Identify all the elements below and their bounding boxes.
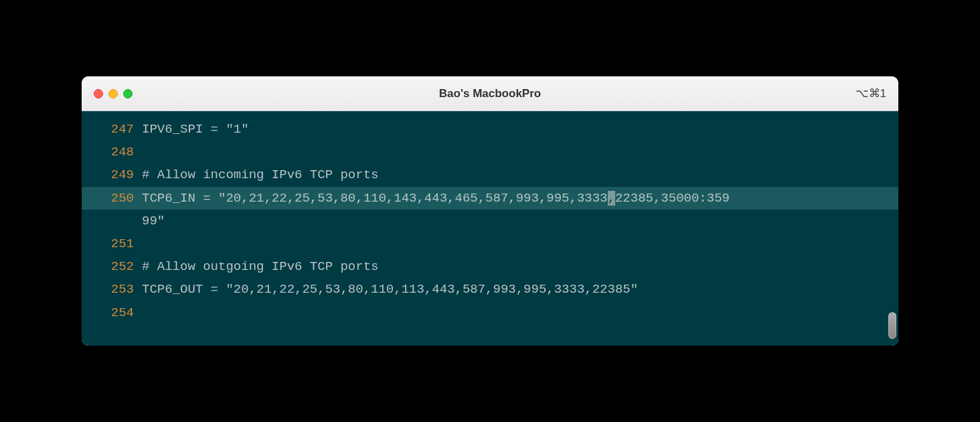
- minimize-icon[interactable]: [108, 89, 118, 98]
- line-number: 254: [82, 301, 142, 324]
- code-line: 251: [82, 232, 898, 255]
- tab-shortcut: ⌥⌘1: [855, 86, 886, 100]
- terminal-window: Bao's MacbookPro ⌥⌘1 247 IPV6_SPI = "1" …: [82, 76, 898, 346]
- code-text[interactable]: [142, 232, 888, 255]
- code-line-highlighted: 250 TCP6_IN = "20,21,22,25,53,80,110,143…: [82, 187, 898, 210]
- terminal-body[interactable]: 247 IPV6_SPI = "1" 248 249 # Allow incom…: [82, 111, 898, 346]
- line-number: 248: [82, 141, 142, 163]
- line-number: 249: [82, 163, 142, 186]
- close-icon[interactable]: [94, 89, 103, 98]
- code-segment: 22385,35000:359: [615, 191, 730, 206]
- line-number: 252: [82, 255, 142, 278]
- maximize-icon[interactable]: [123, 89, 133, 98]
- code-text[interactable]: # Allow incoming IPv6 TCP ports: [142, 163, 888, 186]
- code-text[interactable]: # Allow outgoing IPv6 TCP ports: [142, 255, 888, 278]
- cursor: ,: [608, 191, 615, 206]
- line-number: 250: [82, 187, 142, 210]
- code-text[interactable]: 99": [142, 210, 888, 232]
- line-number: 253: [82, 278, 142, 301]
- titlebar[interactable]: Bao's MacbookPro ⌥⌘1: [82, 76, 898, 111]
- code-line: 248: [82, 141, 898, 163]
- line-number: 251: [82, 232, 142, 255]
- code-line: 252 # Allow outgoing IPv6 TCP ports: [82, 255, 898, 278]
- code-segment: TCP6_IN = "20,21,22,25,53,80,110,143,443…: [142, 191, 608, 206]
- window-title: Bao's MacbookPro: [439, 87, 541, 100]
- traffic-lights: [94, 89, 133, 98]
- code-line-continuation: 000 99": [82, 210, 898, 232]
- line-number: 247: [82, 118, 142, 141]
- scrollbar-thumb[interactable]: [888, 312, 896, 339]
- code-line: 249 # Allow incoming IPv6 TCP ports: [82, 163, 898, 186]
- code-text[interactable]: IPV6_SPI = "1": [142, 118, 888, 141]
- code-line: 254: [82, 301, 898, 324]
- code-line: 253 TCP6_OUT = "20,21,22,25,53,80,110,11…: [82, 278, 898, 301]
- code-text[interactable]: TCP6_IN = "20,21,22,25,53,80,110,143,443…: [142, 187, 888, 210]
- code-text[interactable]: [142, 301, 888, 324]
- code-line: 247 IPV6_SPI = "1": [82, 118, 898, 141]
- code-text[interactable]: [142, 141, 888, 163]
- code-text[interactable]: TCP6_OUT = "20,21,22,25,53,80,110,113,44…: [142, 278, 888, 301]
